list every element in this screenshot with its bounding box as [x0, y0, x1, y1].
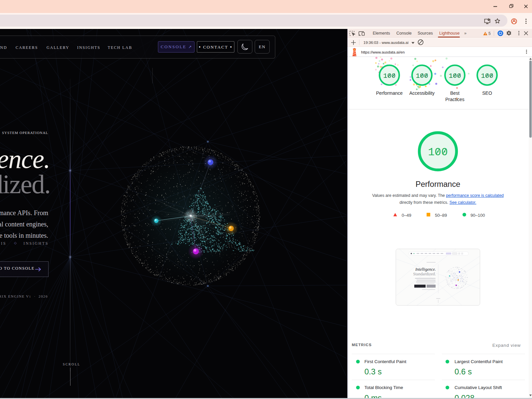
svg-text:Intelligence.: Intelligence.	[415, 267, 436, 272]
svg-text:Standardized.: Standardized.	[413, 272, 436, 276]
svg-text:5: 5	[488, 31, 491, 36]
svg-text:100: 100	[383, 72, 396, 80]
svg-text:100: 100	[449, 72, 461, 80]
svg-text:100: 100	[416, 72, 428, 80]
svg-text:100: 100	[481, 72, 493, 80]
svg-text:100: 100	[428, 146, 448, 159]
